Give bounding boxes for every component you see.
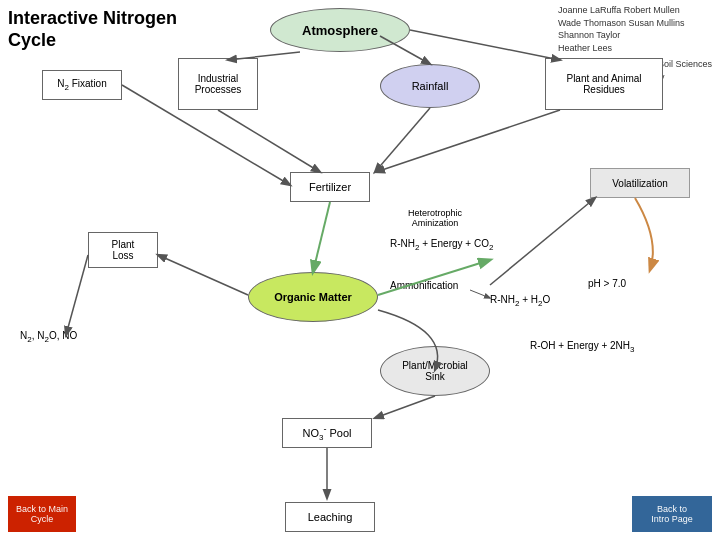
back-main-button[interactable]: Back to Main Cycle (8, 496, 76, 532)
svg-line-14 (490, 198, 595, 285)
ph-label: pH > 7.0 (588, 278, 626, 289)
plant-residues-button[interactable]: Plant and AnimalResidues (545, 58, 663, 110)
rnh2-energy-label: R-NH2 + Energy + CO2 (390, 238, 493, 252)
leaching-box: Leaching (285, 502, 375, 532)
svg-line-2 (410, 30, 560, 60)
roh-energy-label: R-OH + Energy + 2NH3 (530, 340, 635, 354)
industrial-processes-button[interactable]: Industrial Processes (178, 58, 258, 110)
n2-fixation-box: N2 Fixation (42, 70, 122, 100)
heterotrophic-label: HeterotrophicAminization (390, 208, 480, 228)
rainfall-oval: Rainfall (380, 64, 480, 108)
n2-gases-label: N2, N2O, NO (20, 330, 77, 344)
svg-line-10 (66, 255, 88, 335)
no3-pool-box: NO3- Pool (282, 418, 372, 448)
plant-sink-oval: Plant/MicrobialSink (380, 346, 490, 396)
svg-line-3 (218, 110, 320, 172)
back-intro-button[interactable]: Back to Intro Page (632, 496, 712, 532)
svg-line-5 (375, 108, 430, 172)
svg-line-7 (313, 202, 330, 272)
organic-matter-oval: Organic Matter (248, 272, 378, 322)
volatilization-box: Volatilization (590, 168, 690, 198)
ammonification-label: Ammonification (390, 280, 458, 291)
svg-line-9 (470, 290, 490, 298)
svg-line-11 (375, 396, 435, 418)
plant-loss-box: PlantLoss (88, 232, 158, 268)
fertilizer-box: Fertilizer (290, 172, 370, 202)
page-title: Interactive Nitrogen Cycle (8, 8, 208, 51)
atmosphere-oval[interactable]: Atmosphere (270, 8, 410, 52)
rnh2-h2o-label: R-NH2 + H2O (490, 294, 550, 308)
svg-line-13 (158, 255, 248, 295)
svg-line-6 (376, 110, 560, 172)
